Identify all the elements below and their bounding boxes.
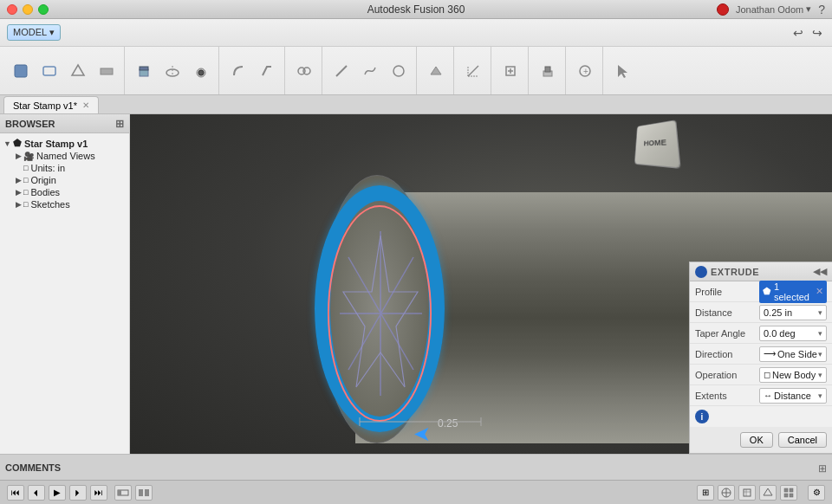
toolbar-icon-insert-svg[interactable] — [497, 57, 524, 85]
settings-button[interactable]: ⚙ — [808, 485, 825, 501]
toolbar-icon-spline[interactable] — [356, 57, 384, 85]
extrude-panel-collapse[interactable]: ◀◀ — [813, 266, 827, 277]
extrude-cancel-button[interactable]: Cancel — [778, 432, 827, 448]
toolbar-icon-fillet[interactable] — [224, 57, 252, 85]
svg-point-11 — [303, 68, 310, 74]
toolbar-icon-solid[interactable] — [7, 57, 35, 85]
toolbar-icon-joint[interactable] — [290, 57, 318, 85]
maximize-button[interactable] — [38, 4, 49, 15]
extrude-info-row: i — [690, 406, 832, 427]
bottombar-expand-icon[interactable]: ⊞ — [818, 462, 827, 475]
svg-rect-37 — [145, 489, 149, 496]
tree-item-sketches[interactable]: ▶ □ Sketches — [0, 198, 129, 210]
toolbar-icon-extrude[interactable] — [130, 57, 158, 85]
toolbar-icon-hole[interactable] — [187, 57, 215, 85]
extrude-extents-label: Extents — [695, 391, 756, 401]
svg-rect-0 — [15, 65, 27, 77]
extrude-extents-text: Distance — [774, 391, 811, 401]
sidebar-title: BROWSER — [5, 119, 55, 129]
viewcube[interactable]: HOME — [633, 121, 685, 169]
help-icon[interactable]: ? — [818, 3, 825, 16]
extrude-taper-value[interactable]: 0.0 deg ▾ — [759, 326, 827, 341]
main-area: BROWSER ⊞ ▼ ⬟ Star Stamp v1 ▶ 🎥 Named Vi… — [0, 114, 832, 454]
operation-icon: ◻ — [764, 370, 770, 379]
toolbar-icon-select[interactable] — [608, 57, 636, 85]
svg-text:+: + — [583, 67, 588, 76]
username: Jonathan Odom — [736, 4, 803, 15]
sketch-star-svg — [331, 214, 431, 413]
toolbar-icon-surface[interactable] — [36, 57, 63, 85]
viewcube-label: HOME — [644, 138, 667, 147]
extrude-distance-value[interactable]: 0.25 in ▾ — [759, 305, 827, 320]
model-tab-button[interactable]: MODEL ▾ — [7, 24, 61, 41]
view-btn-5[interactable] — [780, 485, 797, 501]
undo-icon[interactable]: ↩ — [793, 26, 803, 40]
viewport[interactable]: 0.25 ➤ .25 ▲ Specify distance, or hold C… — [130, 114, 832, 454]
tabbar: Star Stamp v1* ✕ — [0, 95, 832, 114]
redo-icon[interactable]: ↪ — [812, 26, 822, 40]
toolbar-icon-3dprint[interactable] — [534, 57, 562, 85]
tree-label-root: Star Stamp v1 — [24, 139, 88, 149]
record-button[interactable] — [717, 3, 729, 16]
extrude-operation-text: New Body — [772, 370, 816, 380]
extrude-extents-row: Extents ↔ Distance ▾ — [690, 385, 832, 406]
toolbar-icon-addins[interactable]: + — [571, 57, 599, 85]
svg-marker-44 — [764, 488, 772, 495]
tree-item-bodies[interactable]: ▶ □ Bodies — [0, 186, 129, 198]
extrude-profile-clear[interactable]: ✕ — [816, 286, 823, 297]
toolbar-icon-plane[interactable] — [422, 57, 450, 85]
view-btn-2[interactable] — [718, 485, 735, 501]
tree-arrow-named-views: ▶ — [16, 152, 22, 160]
sidebar-collapse-icon[interactable]: ⊞ — [115, 118, 124, 130]
tree-label-sketches: Sketches — [30, 199, 69, 210]
svg-rect-5 — [140, 67, 148, 70]
toolbar-icon-revolve[interactable] — [159, 57, 186, 85]
extrude-profile-label: Profile — [695, 287, 756, 297]
extrude-profile-value[interactable]: ⬟ 1 selected ✕ — [759, 281, 827, 303]
toolbar-icon-mesh[interactable] — [64, 57, 92, 85]
svg-rect-48 — [790, 494, 793, 497]
window-controls — [7, 4, 49, 15]
toolbar-group-inspect — [456, 47, 491, 94]
sidebar-tree: ▼ ⬟ Star Stamp v1 ▶ 🎥 Named Views ▶ □ Un… — [0, 133, 129, 454]
svg-line-15 — [468, 66, 478, 76]
extrude-operation-value[interactable]: ◻ New Body ▾ — [759, 367, 827, 383]
extrude-taper-text: 0.0 deg — [764, 328, 796, 339]
play-start-button[interactable]: ⏮ — [7, 485, 24, 501]
toolbar-group-addins: + — [568, 47, 603, 94]
view-btn-1[interactable]: ⊞ — [697, 485, 714, 501]
play-end-button[interactable]: ⏭ — [90, 485, 107, 501]
toolbar-group-modify — [221, 47, 285, 94]
extrude-operation-label: Operation — [695, 370, 756, 380]
view-controls-right: ⊞ ⚙ — [697, 485, 825, 501]
toolbar-icon-sheetmetal[interactable] — [93, 57, 120, 85]
extrude-ok-button[interactable]: OK — [740, 432, 773, 448]
svg-rect-22 — [545, 67, 550, 72]
extrude-distance-arrow: ▾ — [818, 308, 822, 317]
toolbar-icon-line[interactable] — [328, 57, 355, 85]
viewcube-box[interactable]: HOME — [634, 120, 681, 169]
timeline-icon1[interactable] — [114, 485, 132, 501]
sidebar: BROWSER ⊞ ▼ ⬟ Star Stamp v1 ▶ 🎥 Named Vi… — [0, 114, 130, 454]
toolbar-icon-measure[interactable] — [459, 57, 487, 85]
extrude-extents-value[interactable]: ↔ Distance ▾ — [759, 388, 827, 404]
toolbar-icon-chamfer[interactable] — [253, 57, 281, 85]
tree-item-root[interactable]: ▼ ⬟ Star Stamp v1 — [0, 137, 129, 150]
view-btn-4[interactable] — [759, 485, 777, 501]
tab-star-stamp[interactable]: Star Stamp v1* ✕ — [3, 96, 99, 113]
toolbar-icon-sketch-circle[interactable] — [385, 57, 413, 85]
extrude-taper-arrow: ▾ — [818, 329, 822, 338]
play-prev-button[interactable]: ⏴ — [28, 485, 45, 501]
tree-item-units[interactable]: ▶ □ Units: in — [0, 162, 129, 174]
view-btn-3[interactable] — [738, 485, 756, 501]
extrude-panel-header: EXTRUDE ◀◀ — [690, 262, 832, 281]
timeline-icon2[interactable] — [135, 485, 153, 501]
minimize-button[interactable] — [23, 4, 33, 15]
tree-item-origin[interactable]: ▶ □ Origin — [0, 174, 129, 186]
play-button[interactable]: ▶ — [49, 485, 66, 501]
tab-close-icon[interactable]: ✕ — [82, 100, 89, 110]
play-next-button[interactable]: ⏵ — [69, 485, 87, 501]
close-button[interactable] — [7, 4, 17, 15]
extrude-direction-value[interactable]: ⟶ One Side ▾ — [759, 346, 827, 362]
tree-item-named-views[interactable]: ▶ 🎥 Named Views — [0, 150, 129, 162]
